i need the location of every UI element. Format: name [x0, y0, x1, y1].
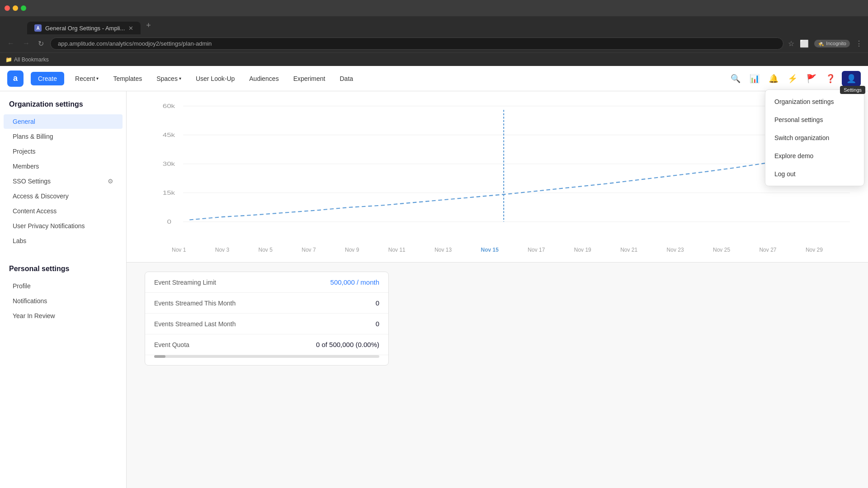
browser-toolbar: ← → ↻ app.amplitude.com/analytics/moodjo…: [0, 34, 868, 52]
tab-title: General Org Settings - Ampli...: [45, 25, 125, 32]
reload-btn[interactable]: ↻: [36, 38, 46, 50]
stats-row-streaming-limit: Event Streaming Limit 500,000 / month: [145, 272, 388, 293]
nav-item-user-lookup[interactable]: User Look-Up: [192, 73, 238, 84]
nav-item-experiment[interactable]: Experiment: [290, 73, 329, 84]
content-area: 60k 45k 30k 15k 0: [127, 91, 868, 488]
stats-label: Event Quota: [154, 341, 316, 348]
sso-icon: ⚙: [108, 178, 113, 185]
url-text: app.amplitude.com/analytics/moodjoy2/set…: [58, 40, 212, 47]
search-icon-btn[interactable]: 🔍: [728, 71, 743, 86]
flag-icon-btn[interactable]: 🚩: [804, 71, 819, 86]
sidebar-item-general[interactable]: General: [4, 114, 123, 129]
quota-progress-container: [154, 355, 379, 358]
tab-favicon: A: [34, 24, 42, 32]
star-icon[interactable]: ☆: [788, 39, 794, 48]
stats-label: Events Streamed This Month: [154, 300, 376, 307]
tab-close-btn[interactable]: ✕: [128, 25, 133, 32]
sidebar-item-members[interactable]: Members: [4, 159, 123, 174]
bookmarks-label: 📁 All Bookmarks: [5, 56, 49, 63]
sidebar-item-profile[interactable]: Profile: [4, 279, 123, 293]
svg-text:45k: 45k: [163, 131, 175, 138]
menu-icon[interactable]: ⋮: [855, 39, 863, 48]
window-controls: [5, 5, 26, 11]
new-tab-btn[interactable]: +: [142, 19, 155, 32]
svg-text:60k: 60k: [163, 103, 175, 109]
sidebar: Organization settings General Plans & Bi…: [0, 91, 127, 488]
sidebar-item-user-privacy-notifications[interactable]: User Privacy Notifications: [4, 219, 123, 233]
stats-value: 0 of 500,000 (0.00%): [316, 341, 379, 348]
extensions-icon[interactable]: ⬜: [800, 39, 809, 48]
browser-tab-active[interactable]: A General Org Settings - Ampli... ✕: [27, 22, 141, 34]
help-icon-btn[interactable]: ❓: [823, 71, 838, 86]
bell-icon-btn[interactable]: 🔔: [766, 71, 781, 86]
line-chart: 60k 45k 30k 15k 0: [145, 100, 850, 245]
sidebar-item-plans-billing[interactable]: Plans & Billing: [4, 129, 123, 144]
main-content: Organization settings General Plans & Bi…: [0, 91, 868, 488]
back-btn[interactable]: ←: [5, 38, 16, 49]
settings-tooltip: Settings: [840, 86, 865, 94]
stats-card: Event Streaming Limit 500,000 / month Ev…: [145, 272, 389, 366]
settings-icon: 👤: [846, 74, 856, 83]
incognito-badge: 🕵 Incognito: [814, 40, 850, 47]
nav-item-data[interactable]: Data: [336, 73, 357, 84]
settings-icon-btn[interactable]: 👤: [842, 71, 861, 86]
x-axis-labels: Nov 1 Nov 3 Nov 5 Nov 7 Nov 9 Nov 11 Nov…: [145, 245, 850, 253]
stats-value: 500,000 / month: [330, 278, 379, 286]
forward-btn[interactable]: →: [21, 38, 32, 49]
svg-text:15k: 15k: [163, 189, 175, 196]
stats-row-this-month: Events Streamed This Month 0: [145, 293, 388, 314]
sidebar-item-notifications[interactable]: Notifications: [4, 294, 123, 308]
dropdown-item-switch-org[interactable]: Switch organization: [765, 129, 864, 147]
app-logo[interactable]: a: [7, 70, 24, 87]
sidebar-item-content-access[interactable]: Content Access: [4, 204, 123, 218]
dropdown-item-log-out[interactable]: Log out: [765, 165, 864, 183]
browser-titlebar: [0, 0, 868, 16]
svg-text:30k: 30k: [163, 160, 175, 167]
personal-settings-title: Personal settings: [0, 259, 126, 278]
stats-value: 0: [376, 299, 379, 307]
browser-toolbar-icons: ☆ ⬜ 🕵 Incognito ⋮: [788, 39, 863, 48]
sidebar-item-labs[interactable]: Labs: [4, 234, 123, 248]
quota-progress-bar: [154, 355, 165, 358]
browser-chrome: A General Org Settings - Ampli... ✕ + ← …: [0, 0, 868, 66]
dropdown-item-personal-settings[interactable]: Personal settings: [765, 111, 864, 129]
chart-wrapper: 60k 45k 30k 15k 0: [145, 100, 850, 245]
dropdown-item-org-settings[interactable]: Organization settings: [765, 93, 864, 111]
chart-area: 60k 45k 30k 15k 0: [127, 91, 868, 263]
sidebar-item-projects[interactable]: Projects: [4, 144, 123, 159]
maximize-window-btn[interactable]: [21, 5, 26, 11]
stats-label: Event Streaming Limit: [154, 279, 330, 286]
stats-value: 0: [376, 320, 379, 328]
settings-dropdown-menu: Organization settings Personal settings …: [765, 89, 864, 186]
svg-text:0: 0: [167, 218, 171, 225]
chart-icon-btn[interactable]: 📊: [747, 71, 762, 86]
nav-item-spaces[interactable]: Spaces ▾: [153, 73, 185, 84]
sidebar-item-year-in-review[interactable]: Year In Review: [4, 309, 123, 323]
sidebar-item-sso-settings[interactable]: SSO Settings ⚙: [4, 174, 123, 188]
stats-row-last-month: Events Streamed Last Month 0: [145, 314, 388, 334]
nav-item-audiences[interactable]: Audiences: [245, 73, 282, 84]
close-window-btn[interactable]: [5, 5, 10, 11]
stats-label: Events Streamed Last Month: [154, 320, 376, 328]
address-bar[interactable]: app.amplitude.com/analytics/moodjoy2/set…: [50, 38, 783, 50]
chevron-down-icon: ▾: [96, 76, 99, 81]
create-button[interactable]: Create: [31, 72, 64, 85]
nav-item-recent[interactable]: Recent ▾: [71, 73, 102, 84]
org-settings-title: Organization settings: [0, 100, 126, 114]
activity-icon-btn[interactable]: ⚡: [785, 71, 800, 86]
nav-icons: 🔍 📊 🔔 ⚡ 🚩 ❓ 👤: [728, 71, 861, 86]
dropdown-item-explore-demo[interactable]: Explore demo: [765, 147, 864, 165]
chevron-down-icon: ▾: [179, 76, 181, 81]
minimize-window-btn[interactable]: [13, 5, 18, 11]
top-nav: a Create Recent ▾ Templates Spaces ▾ Use…: [0, 66, 868, 91]
stats-row-quota: Event Quota 0 of 500,000 (0.00%): [145, 334, 388, 355]
sidebar-item-access-discovery[interactable]: Access & Discovery: [4, 189, 123, 203]
nav-item-templates[interactable]: Templates: [109, 73, 146, 84]
app: a Create Recent ▾ Templates Spaces ▾ Use…: [0, 66, 868, 488]
bookmarks-bar: 📁 All Bookmarks: [0, 52, 868, 66]
